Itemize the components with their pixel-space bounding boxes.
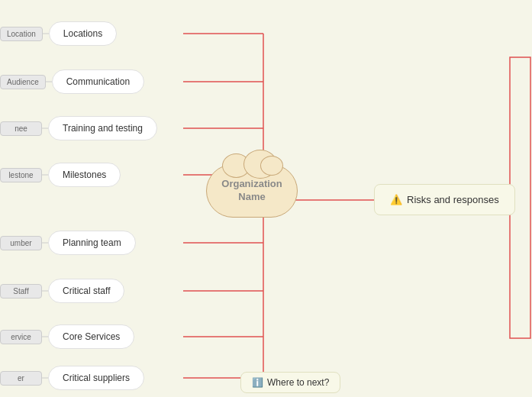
mind-map: Location Locations Audience Communicatio… — [0, 0, 532, 397]
location-stub: Location — [0, 27, 43, 41]
milestone-stub: lestone — [0, 168, 42, 182]
audience-stub: Audience — [0, 75, 46, 89]
number-stub: umber — [0, 236, 42, 250]
communication-label: Communication — [52, 69, 144, 94]
planning-team-label: Planning team — [48, 231, 136, 255]
critical-staff-node[interactable]: Staff Critical staff — [0, 279, 124, 303]
risks-label: Risks and responses — [407, 194, 499, 205]
where-next-node[interactable]: ℹ️ Where to next? — [240, 372, 340, 393]
planning-team-node[interactable]: umber Planning team — [0, 231, 136, 255]
milestones-label: Milestones — [48, 163, 121, 187]
risks-box: ⚠️ Risks and responses — [374, 184, 515, 215]
info-icon: ℹ️ — [252, 377, 263, 388]
critical-suppliers-node[interactable]: er Critical suppliers — [0, 366, 144, 390]
cloud-bump — [260, 156, 283, 176]
core-services-label: Core Services — [48, 324, 134, 349]
center-cloud-node[interactable]: Organization Name — [206, 160, 298, 221]
cloud-shape: Organization Name — [206, 164, 298, 218]
communication-node[interactable]: Audience Communication — [0, 69, 144, 94]
warning-icon: ⚠️ — [390, 194, 402, 205]
trainee-stub: nee — [0, 121, 42, 136]
critical-staff-label: Critical staff — [48, 279, 124, 303]
staff-stub: Staff — [0, 284, 42, 299]
critical-suppliers-label: Critical suppliers — [48, 366, 144, 390]
center-label: Organization Name — [221, 178, 282, 204]
supplier-stub: er — [0, 371, 42, 386]
locations-label: Locations — [49, 21, 117, 46]
service-stub: ervice — [0, 330, 42, 344]
risks-responses-node[interactable]: ⚠️ Risks and responses — [374, 184, 515, 215]
training-node[interactable]: nee Training and testing — [0, 116, 157, 140]
milestones-node[interactable]: lestone Milestones — [0, 163, 121, 187]
where-next-label: Where to next? — [267, 377, 329, 388]
locations-node[interactable]: Location Locations — [0, 21, 117, 46]
training-label: Training and testing — [48, 116, 157, 140]
core-services-node[interactable]: ervice Core Services — [0, 324, 134, 349]
